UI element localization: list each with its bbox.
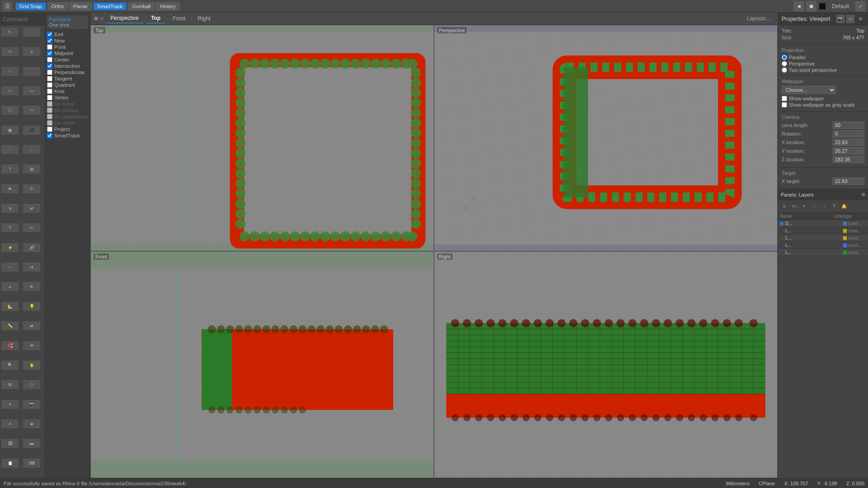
snap-checkbox-on-surface[interactable] [47,108,52,113]
tool-mesh[interactable]: ⋱ [1,145,19,155]
tab-front[interactable]: Front [168,14,190,23]
camera-icon[interactable]: 📷 [836,15,844,23]
tool-polyline[interactable]: ∧ [23,47,41,56]
tool-transform2[interactable]: ⇄ [23,321,41,331]
tool-surface[interactable]: ▦ [1,125,19,135]
tool-freeform[interactable]: 〜 [23,105,41,115]
layer-row[interactable]: D...Conti... [778,220,868,227]
tool-move[interactable]: ✥ [1,184,19,194]
tool-join[interactable]: 🔗 [23,243,41,253]
tool-scale[interactable]: ⇲ [1,203,19,213]
record-icon[interactable]: ⏺ [807,1,816,11]
layer-row[interactable]: L...Conti... [778,249,868,256]
toolbar-btn-grid-snap[interactable]: Grid Snap [15,2,46,10]
tool-cage[interactable]: ⬡ [23,380,41,389]
tab-perspective[interactable]: Perspective [106,14,143,23]
delete-layer-btn[interactable]: × [800,202,809,211]
tool-split[interactable]: ⚡ [1,243,19,253]
layer-up-btn[interactable]: ↑ [810,202,819,211]
tool-solid[interactable]: ⬛ [23,125,41,135]
snap-checkbox-smarttrack[interactable] [47,133,52,138]
tool-render[interactable]: 💡 [23,301,41,311]
layer-row[interactable]: L...Conti... [778,235,868,242]
layer-color-swatch[interactable] [843,250,847,255]
panel-view-icon[interactable]: ▭ [846,15,854,23]
tool-camera[interactable]: 📷 [23,399,41,409]
z-location-input[interactable] [833,156,864,163]
tool-mirror[interactable]: ⇌ [23,203,41,213]
x-target-input[interactable] [833,178,864,185]
perspective-radio[interactable] [782,61,787,66]
tool-point[interactable]: · [23,27,41,37]
tool-rotate[interactable]: ↻ [23,184,41,194]
snap-checkbox-intersection[interactable] [47,63,52,69]
viewport-perspective[interactable]: Perspective y z [434,25,778,252]
layouts-button[interactable]: Layouts... [743,14,774,23]
layer-row[interactable]: L...Conti... [778,227,868,235]
layer-color-swatch[interactable] [843,243,847,248]
snap-checkbox-perpendicular[interactable] [47,70,52,75]
snap-checkbox-on-mesh[interactable] [47,120,52,126]
tool-ground[interactable]: ▬ [23,438,41,448]
tool-ellipse[interactable]: ⬭ [1,86,19,96]
layer-down-btn[interactable]: ↓ [820,202,829,211]
parallel-radio[interactable] [782,55,787,60]
viewport-right[interactable]: Right [434,251,778,478]
snap-checkbox-knot[interactable] [47,89,52,94]
tool-dim[interactable]: ↔ [23,145,41,155]
layer-color-swatch[interactable] [843,221,847,226]
tool-light[interactable]: ☀ [1,399,19,409]
tool-gumball[interactable]: ⊞ [1,380,19,389]
layers-settings-icon[interactable]: ⚙ [861,192,865,197]
snap-checkbox-on-curve[interactable] [47,101,52,107]
snap-checkbox-quadrant[interactable] [47,82,52,88]
tool-text[interactable]: T [1,164,19,174]
tool-view[interactable]: 👁 [23,341,41,351]
persistent-label[interactable]: Persistent [49,17,86,22]
back-icon[interactable]: ◀ [794,1,804,11]
tool-decal[interactable]: 🖼 [1,438,19,448]
toolbar-btn-history[interactable]: History [156,2,179,10]
layer-color-swatch[interactable] [843,236,847,240]
toolbar-btn-ortho[interactable]: Ortho [47,2,68,10]
tool-trim[interactable]: ✂ [23,223,41,233]
snap-checkbox-vertex[interactable] [47,95,52,100]
tool-offset[interactable]: ⇉ [23,262,41,272]
tool-history[interactable]: 📋 [1,458,19,468]
snap-checkbox-midpoint[interactable] [47,51,52,56]
tool-curve[interactable]: ∿ [1,47,19,56]
snap-checkbox-on-polysurface[interactable] [47,114,52,119]
tool-arc[interactable]: ⌒ [23,66,41,76]
tool-analyse[interactable]: 📐 [1,301,19,311]
tool-select[interactable]: ↖ [1,27,19,37]
snap-checkbox-project[interactable] [47,127,52,132]
tool-fillet[interactable]: ⌐ [1,262,19,272]
show-wallpaper-gray-check[interactable] [782,102,787,108]
viewport-top[interactable]: Top y x [90,25,434,252]
tab-right[interactable]: Right [193,14,215,23]
tool-rectangle[interactable]: ▭ [23,86,41,96]
show-wallpaper-check[interactable] [782,96,787,101]
panel-settings-icon[interactable]: ⚙ [856,15,864,23]
tool-circle[interactable]: ○ [1,66,19,76]
tool-drafting[interactable]: 📏 [1,321,19,331]
tool-zoom[interactable]: 🔍 [1,360,19,370]
y-location-input[interactable] [833,147,864,155]
tool-material[interactable]: ◈ [23,419,41,429]
toolbar-btn-gumball[interactable]: Gumball [128,2,155,10]
toolbar-btn-planar[interactable]: Planar [69,2,92,10]
tool-polygon[interactable]: ⬡ [1,105,19,115]
tool-snap[interactable]: 🧲 [1,341,19,351]
snap-checkbox-end[interactable] [47,32,52,37]
tool-pan[interactable]: ✋ [23,360,41,370]
tool-scripts[interactable]: ⌨ [23,458,41,468]
lens-length-input[interactable] [833,122,864,129]
command-input[interactable] [3,16,39,23]
snap-checkbox-near[interactable] [47,38,52,43]
tool-array[interactable]: ⠿ [1,223,19,233]
snap-checkbox-tangent[interactable] [47,76,52,81]
snap-checkbox-center[interactable] [47,57,52,62]
tab-top[interactable]: Top [146,14,165,23]
twopoint-radio[interactable] [782,67,787,73]
color-swatch[interactable] [819,3,826,9]
